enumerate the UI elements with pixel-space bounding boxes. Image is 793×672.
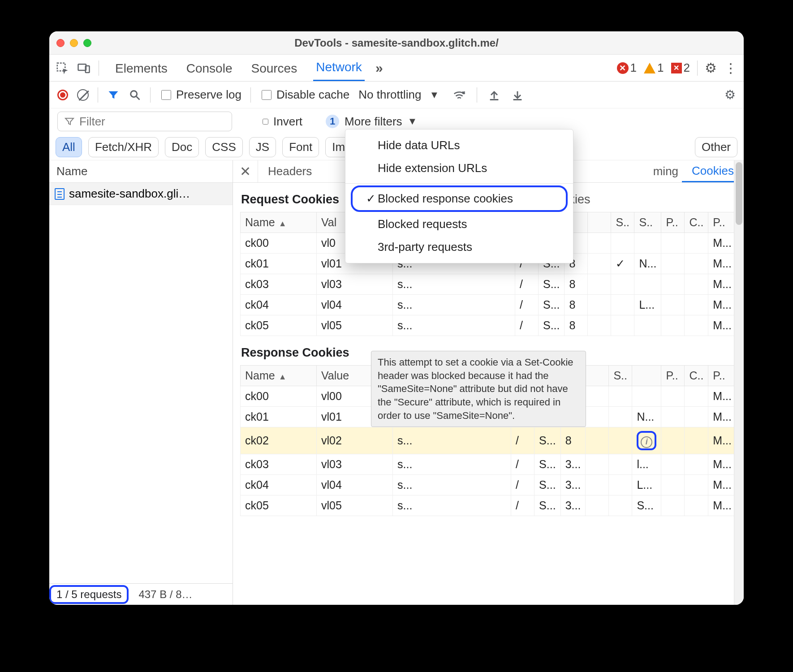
col-samesite[interactable] — [632, 366, 661, 386]
cookie-row[interactable]: ck04vl04s.../S...8L...M... — [241, 295, 737, 315]
type-chip-fetch-xhr[interactable]: Fetch/XHR — [88, 137, 159, 157]
type-chip-font[interactable]: Font — [282, 137, 319, 157]
col-secure[interactable]: S.. — [609, 366, 632, 386]
col-samesite[interactable]: S.. — [634, 212, 661, 233]
cell: i — [632, 427, 661, 454]
filter-toggle-icon[interactable] — [107, 89, 120, 101]
cell — [685, 407, 708, 427]
invert-checkbox[interactable]: Invert — [261, 115, 302, 129]
cookie-row[interactable]: ck03vl03s.../S...8M... — [241, 274, 737, 295]
separator — [98, 87, 98, 103]
type-chip-all[interactable]: All — [56, 137, 82, 157]
cell: / — [511, 474, 534, 495]
svg-line-4 — [137, 96, 140, 99]
cell: ck00 — [241, 386, 317, 407]
svg-point-3 — [131, 90, 137, 97]
errors-count[interactable]: ✕ 1 — [617, 61, 637, 75]
search-icon[interactable] — [129, 89, 141, 101]
cookie-row[interactable]: ck03vl03s.../S...3...l...M... — [241, 454, 737, 474]
menu-item[interactable]: 3rd-party requests — [345, 236, 573, 258]
cookie-row[interactable]: ck05vl05s.../S...3...S...M... — [241, 495, 737, 516]
panel-tab-elements[interactable]: Elements — [112, 56, 170, 81]
cookie-row[interactable]: ck02vl02s.../S...8iM... — [241, 427, 737, 454]
scrollbar-thumb[interactable] — [736, 162, 742, 225]
cell: ck01 — [241, 407, 317, 427]
settings-gear-icon[interactable]: ⚙ — [705, 60, 717, 76]
titlebar: DevTools - samesite-sandbox.glitch.me/ — [49, 31, 744, 55]
more-options-icon[interactable]: ⋮ — [724, 60, 737, 76]
record-button[interactable] — [57, 90, 68, 100]
col-crosssite[interactable]: C.. — [685, 212, 708, 233]
upload-har-icon[interactable] — [488, 89, 500, 101]
download-har-icon[interactable] — [511, 89, 524, 101]
cell — [611, 315, 634, 336]
col-priority[interactable]: P.. — [708, 212, 737, 233]
preserve-log-checkbox[interactable]: Preserve log — [159, 88, 241, 102]
close-details-button[interactable]: ✕ — [233, 160, 258, 182]
cell: / — [511, 495, 534, 516]
col-secure[interactable]: S.. — [611, 212, 634, 233]
cell: / — [515, 315, 538, 336]
panel-tab-console[interactable]: Console — [184, 56, 235, 81]
cell — [661, 233, 685, 254]
cell: L... — [634, 295, 661, 315]
col-crosssite[interactable]: C.. — [685, 366, 708, 386]
col-httponly[interactable] — [588, 212, 611, 233]
inspect-element-icon[interactable] — [56, 61, 69, 75]
separator — [477, 87, 477, 103]
cell — [661, 454, 685, 474]
cell: / — [515, 274, 538, 295]
issues-count[interactable]: ✕ 2 — [671, 61, 690, 75]
more-filters-dropdown[interactable]: 1 More filters ▼ — [326, 115, 417, 129]
col-name[interactable]: Name▲ — [241, 212, 317, 233]
menu-item[interactable]: Blocked requests — [345, 213, 573, 236]
scrollbar-track[interactable] — [734, 160, 744, 605]
col-partitionkey[interactable]: P.. — [661, 212, 685, 233]
disable-cache-input[interactable] — [262, 90, 272, 100]
menu-item[interactable]: Blocked response cookies — [353, 187, 566, 210]
type-chip-css[interactable]: CSS — [205, 137, 242, 157]
clear-button[interactable] — [77, 89, 89, 101]
cookie-row[interactable]: ck04vl04s.../S...3...L...M... — [241, 474, 737, 495]
type-chip-js[interactable]: JS — [249, 137, 276, 157]
network-settings-gear-icon[interactable]: ⚙ — [724, 87, 736, 102]
cell — [588, 315, 611, 336]
cell: S... — [534, 474, 561, 495]
preserve-log-input[interactable] — [161, 90, 171, 100]
tab-timing-truncated[interactable]: ming — [650, 160, 682, 182]
panel-tab-sources[interactable]: Sources — [248, 56, 300, 81]
menu-item[interactable]: Hide data URLs — [345, 134, 573, 157]
warnings-count[interactable]: 1 — [644, 61, 664, 75]
more-filters-menu: Hide data URLsHide extension URLsBlocked… — [345, 129, 573, 263]
requests-header-name[interactable]: Name — [49, 160, 233, 183]
cell: s... — [393, 474, 511, 495]
cookie-row[interactable]: ck05vl05s.../S...8M... — [241, 315, 737, 336]
cell — [685, 454, 708, 474]
cell — [661, 274, 685, 295]
transfer-size: 437 B / 8… — [138, 588, 192, 601]
info-icon[interactable]: i — [641, 436, 652, 448]
request-row[interactable]: samesite-sandbox.gli… — [49, 183, 233, 205]
col-httponly[interactable] — [586, 366, 609, 386]
cell: ck05 — [241, 315, 317, 336]
cell: vl02 — [317, 427, 393, 454]
invert-input[interactable] — [263, 119, 268, 125]
cell: vl03 — [317, 454, 393, 474]
network-conditions-icon[interactable] — [453, 88, 466, 102]
panel-overflow-icon[interactable]: » — [373, 60, 386, 76]
col-priority[interactable]: P.. — [708, 366, 737, 386]
chevron-down-icon: ▼ — [429, 89, 439, 101]
tab-headers[interactable]: Headers — [258, 160, 322, 182]
col-name[interactable]: Name▲ — [241, 366, 317, 386]
cell — [661, 407, 685, 427]
col-partitionkey[interactable]: P.. — [661, 366, 685, 386]
type-chip-doc[interactable]: Doc — [165, 137, 199, 157]
menu-item[interactable]: Hide extension URLs — [345, 157, 573, 180]
panel-tab-network[interactable]: Network — [313, 55, 365, 81]
disable-cache-checkbox[interactable]: Disable cache — [260, 88, 349, 102]
filter-input[interactable]: Filter — [57, 112, 232, 131]
device-toolbar-icon[interactable] — [77, 61, 91, 75]
cell: 8 — [560, 427, 586, 454]
throttling-select[interactable]: No throttling ▼ — [358, 88, 439, 102]
type-chip-other[interactable]: Other — [695, 137, 737, 157]
